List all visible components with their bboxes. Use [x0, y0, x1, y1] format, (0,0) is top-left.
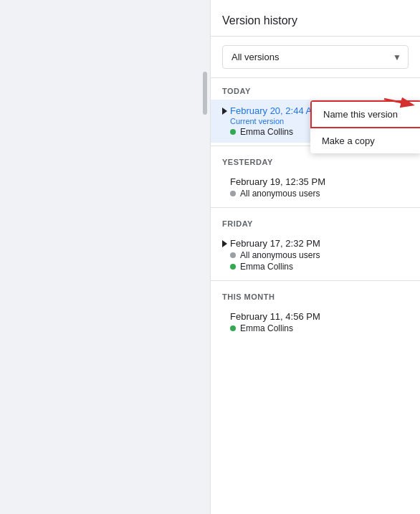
user-dot-green — [230, 129, 236, 135]
make-copy-label: Make a copy — [322, 135, 375, 146]
user-name-anon-feb19: All anonymous users — [240, 189, 320, 199]
context-menu-item-name-version[interactable]: Name this version — [310, 100, 420, 128]
user-dot-green-feb17 — [230, 264, 236, 270]
section-label-friday: FRIDAY — [211, 211, 420, 232]
divider-2 — [211, 207, 420, 208]
version-history-panel: Version history All versions Named versi… — [210, 0, 420, 514]
user-name-emma-feb17: Emma Collins — [240, 262, 293, 272]
section-label-today: TODAY — [211, 78, 420, 100]
user-name-emma-feb20: Emma Collins — [240, 127, 293, 137]
divider-3 — [211, 280, 420, 281]
version-user-emma-feb17: Emma Collins — [222, 262, 409, 272]
version-item-feb17[interactable]: February 17, 2:32 PM All anonymous users… — [211, 232, 420, 277]
left-panel — [0, 0, 210, 514]
version-user-anon-feb17: All anonymous users — [222, 250, 409, 260]
version-date-feb11: February 11, 4:56 PM — [222, 311, 320, 322]
panel-header: Version history — [211, 0, 420, 37]
version-date-feb17: February 17, 2:32 PM — [230, 238, 320, 249]
version-user-emma-feb11: Emma Collins — [222, 323, 409, 333]
user-dot-green-feb11 — [230, 325, 236, 331]
expand-triangle-icon-feb17[interactable] — [222, 240, 227, 247]
version-user-anon-feb19: All anonymous users — [222, 189, 409, 199]
version-item-feb19[interactable]: February 19, 12:35 PM All anonymous user… — [211, 171, 420, 204]
dropdown-row: All versions Named versions ▼ — [211, 37, 420, 78]
context-menu-item-make-copy[interactable]: Make a copy — [310, 128, 420, 153]
version-item-header-feb11: February 11, 4:56 PM — [222, 311, 409, 322]
user-dot-gray-feb17 — [230, 252, 236, 258]
version-item-header-feb19: February 19, 12:35 PM — [222, 176, 409, 187]
version-item-header-feb17: February 17, 2:32 PM — [222, 238, 409, 249]
user-name-anon-feb17: All anonymous users — [240, 250, 320, 260]
version-item-feb11[interactable]: February 11, 4:56 PM Emma Collins — [211, 305, 420, 339]
version-date-feb20: February 20, 2:44 AM — [230, 105, 320, 116]
name-version-label: Name this version — [323, 109, 398, 120]
scrollbar[interactable] — [203, 72, 207, 115]
versions-dropdown-wrapper: All versions Named versions ▼ — [222, 45, 409, 69]
version-date-feb19: February 19, 12:35 PM — [222, 176, 325, 187]
context-menu: Name this version Make a copy — [310, 100, 420, 153]
section-label-this-month: THIS MONTH — [211, 284, 420, 305]
panel-title: Version history — [222, 14, 297, 27]
versions-dropdown[interactable]: All versions Named versions — [222, 45, 409, 69]
user-dot-gray — [230, 191, 236, 196]
expand-triangle-icon[interactable] — [222, 108, 227, 115]
user-name-emma-feb11: Emma Collins — [240, 323, 293, 333]
